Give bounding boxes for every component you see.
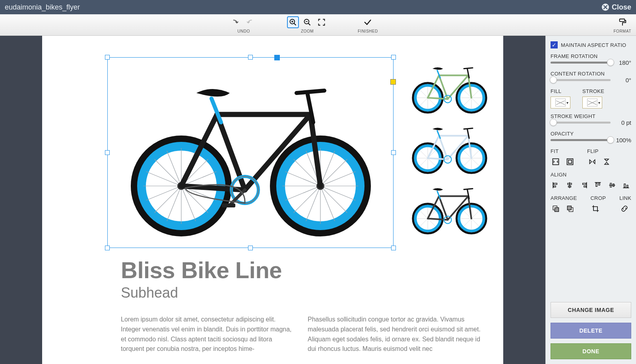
finished-button[interactable] <box>362 16 374 28</box>
resize-handle-br[interactable] <box>391 246 396 250</box>
close-icon <box>601 3 609 11</box>
opacity-value: 100% <box>615 137 631 143</box>
flip-horizontal-icon <box>588 158 596 166</box>
zoom-in-button[interactable] <box>287 16 299 28</box>
align-left-button[interactable] <box>551 180 561 190</box>
stroke-weight-slider[interactable] <box>551 122 611 124</box>
svg-line-97 <box>428 219 448 220</box>
crop-button[interactable] <box>590 203 601 214</box>
format-sidebar: ✓ MAINTAIN ASPECT RATIO FRAME ROTATION 1… <box>545 36 636 364</box>
svg-rect-8 <box>619 19 624 21</box>
svg-line-2 <box>294 23 296 25</box>
frame-rotation-label: FRAME ROTATION <box>551 53 631 59</box>
align-label: ALIGN <box>551 172 631 178</box>
zoom-label: ZOOM <box>301 29 314 33</box>
fit-frame-icon <box>566 158 574 166</box>
svg-rect-107 <box>567 159 573 165</box>
bring-front-icon <box>566 205 574 213</box>
format-button[interactable] <box>617 16 628 28</box>
content-rotation-slider[interactable] <box>551 79 611 81</box>
svg-rect-126 <box>627 185 628 187</box>
close-label: Close <box>612 3 631 12</box>
opacity-label: OPACITY <box>551 131 631 137</box>
rotate-handle[interactable] <box>274 55 280 60</box>
finished-group: FINISHED <box>358 16 378 33</box>
fit-content-button[interactable] <box>551 157 561 167</box>
selection-frame[interactable] <box>107 57 394 248</box>
align-center-h-button[interactable] <box>565 180 575 190</box>
arrange-back-button[interactable] <box>551 203 561 214</box>
svg-line-6 <box>308 23 310 25</box>
align-right-button[interactable] <box>579 180 589 190</box>
flip-label: FLIP <box>587 148 612 154</box>
svg-rect-130 <box>567 206 571 210</box>
align-center-v-button[interactable] <box>607 180 617 190</box>
align-bottom-button[interactable] <box>621 180 632 190</box>
zoom-fit-button[interactable] <box>316 16 328 28</box>
stroke-swatch[interactable]: ▾ <box>582 97 602 108</box>
crop-label: CROP <box>590 195 606 201</box>
maintain-aspect-row[interactable]: ✓ MAINTAIN ASPECT RATIO <box>551 41 631 48</box>
maintain-aspect-label: MAINTAIN ASPECT RATIO <box>561 42 626 48</box>
link-icon <box>620 205 628 213</box>
resize-handle-tl[interactable] <box>105 55 110 60</box>
change-image-label: CHANGE IMAGE <box>568 307 614 313</box>
svg-rect-125 <box>624 184 625 187</box>
canvas-area[interactable]: Bliss Bike Line Subhead Lorem ipsum dolo… <box>0 36 545 364</box>
svg-rect-120 <box>599 183 600 185</box>
undo-icon <box>232 18 241 27</box>
content-rotation-label: CONTENT ROTATION <box>551 71 631 77</box>
svg-rect-108 <box>568 160 572 163</box>
align-top-button[interactable] <box>593 180 603 190</box>
maintain-aspect-checkbox[interactable]: ✓ <box>551 41 558 48</box>
redo-button[interactable] <box>245 16 257 28</box>
svg-rect-119 <box>596 183 597 186</box>
fit-content-icon <box>552 158 560 166</box>
thumbnail-image-2[interactable] <box>408 121 491 172</box>
stroke-weight-value: 0 pt <box>615 119 631 126</box>
frame-rotation-slider[interactable] <box>551 62 611 64</box>
format-label: FORMAT <box>614 29 631 33</box>
change-image-button[interactable]: CHANGE IMAGE <box>551 302 631 318</box>
headline-text[interactable]: Bliss Bike Line <box>121 257 282 283</box>
subhead-text[interactable]: Subhead <box>121 285 178 301</box>
workspace: Bliss Bike Line Subhead Lorem ipsum dolo… <box>0 36 636 364</box>
undo-button[interactable] <box>231 16 242 28</box>
link-button[interactable] <box>619 203 630 214</box>
svg-rect-106 <box>553 159 559 165</box>
zoom-group: ZOOM <box>287 16 328 33</box>
body-column-1[interactable]: Lorem ipsum dolor sit amet, consectetur … <box>121 315 292 354</box>
arrange-front-button[interactable] <box>565 203 575 214</box>
thumbnail-image-1[interactable] <box>408 60 491 112</box>
fill-swatch[interactable]: ▾ <box>551 97 570 108</box>
resize-handle-tm[interactable] <box>248 55 253 60</box>
finished-label: FINISHED <box>358 29 378 33</box>
delete-label: DELETE <box>579 327 602 334</box>
flip-horizontal-button[interactable] <box>587 157 597 167</box>
svg-line-76 <box>428 158 448 159</box>
resize-handle-mr[interactable] <box>391 150 396 155</box>
flip-vertical-button[interactable] <box>601 157 612 167</box>
document-page: Bliss Bike Line Subhead Lorem ipsum dolo… <box>42 36 503 364</box>
stroke-weight-label: STROKE WEIGHT <box>551 113 631 119</box>
send-back-icon <box>552 205 560 213</box>
close-button[interactable]: Close <box>601 3 631 12</box>
opacity-slider[interactable] <box>551 139 611 141</box>
fit-frame-button[interactable] <box>565 157 575 167</box>
content-drag-handle[interactable] <box>390 79 396 85</box>
zoom-in-icon <box>289 18 297 26</box>
zoom-out-button[interactable] <box>301 16 313 28</box>
resize-handle-bm[interactable] <box>248 246 253 250</box>
resize-handle-tr[interactable] <box>391 55 396 60</box>
thumbnail-image-3[interactable] <box>408 181 491 233</box>
align-bottom-icon <box>622 181 630 189</box>
flip-vertical-icon <box>603 158 611 166</box>
done-label: DONE <box>582 348 599 354</box>
resize-handle-bl[interactable] <box>105 246 110 250</box>
body-column-2[interactable]: Phasellus sollicitudin congue tortor ac … <box>308 315 487 354</box>
done-button[interactable]: DONE <box>551 343 631 359</box>
resize-handle-ml[interactable] <box>105 150 110 155</box>
redo-icon <box>246 18 255 27</box>
delete-button[interactable]: DELETE <box>551 323 631 339</box>
svg-rect-128 <box>555 208 559 212</box>
